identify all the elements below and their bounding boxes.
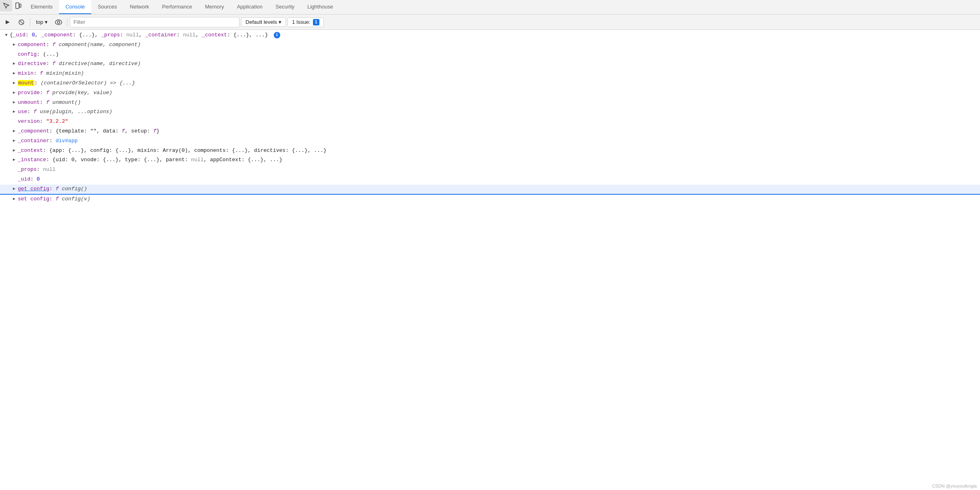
issues-count-badge: 1: [313, 19, 319, 25]
prop-_component: ▶ _component: {template: "", data: f, se…: [0, 127, 980, 137]
mount-expand-arrow[interactable]: ▶: [11, 80, 17, 87]
prop-mount: ▶ mount: (containerOrSelector) => {...}: [0, 79, 980, 88]
context-label: top: [36, 19, 43, 25]
prop-_props: ▶ _props: null: [0, 165, 980, 175]
svg-rect-1: [19, 4, 21, 7]
execute-btn[interactable]: [2, 17, 14, 28]
_component-expand-arrow[interactable]: ▶: [11, 128, 17, 135]
prop-_uid: ▶ _uid: 0: [0, 175, 980, 185]
filter-input[interactable]: [70, 17, 239, 27]
mixin-content: mixin: f mixin(mixin): [17, 69, 980, 78]
issues-label: 1 Issue:: [292, 19, 311, 25]
get-config-content: get config: f config(): [17, 185, 980, 193]
tab-lighthouse[interactable]: Lighthouse: [301, 0, 340, 14]
_component-content: _component: {template: "", data: f, setu…: [17, 127, 980, 136]
context-dropdown-icon: ▾: [45, 19, 48, 25]
prop-_instance: ▶ _instance: {uid: 0, vnode: {...}, type…: [0, 156, 980, 165]
provide-content: provide: f provide(key, value): [17, 89, 980, 97]
svg-line-4: [20, 21, 23, 24]
use-content: use: f use(plugin, ...options): [17, 108, 980, 116]
tab-application[interactable]: Application: [231, 0, 269, 14]
_context-expand-arrow[interactable]: ▶: [11, 147, 17, 154]
select-element-btn[interactable]: [0, 0, 12, 11]
mount-content: mount: (containerOrSelector) => {...}: [17, 79, 980, 88]
tab-console[interactable]: Console: [59, 0, 91, 14]
clear-console-btn[interactable]: [15, 17, 27, 28]
provide-expand-arrow[interactable]: ▶: [11, 89, 17, 97]
issues-button[interactable]: 1 Issue: 1: [287, 17, 324, 27]
watermark: CSDN @youyoufengla: [932, 484, 977, 488]
prop-_context: ▶ _context: {app: {...}, config: {...}, …: [0, 146, 980, 156]
prop-get-config: ▶ get config: f config(): [0, 185, 980, 195]
mixin-expand-arrow[interactable]: ▶: [11, 70, 17, 77]
prop-unmount: ▶ unmount: f unmount(): [0, 98, 980, 108]
svg-point-5: [55, 20, 62, 25]
svg-marker-2: [6, 20, 10, 24]
component-content: component: f component(name, component): [17, 41, 980, 49]
root-object-content: {_uid: 0, _component: {...}, _props: nul…: [9, 31, 980, 40]
config-content: config: (...): [17, 50, 980, 59]
unmount-content: unmount: f unmount(): [17, 99, 980, 107]
_context-content: _context: {app: {...}, config: {...}, mi…: [17, 147, 980, 155]
levels-button[interactable]: Default levels ▾: [241, 17, 286, 27]
toolbar-divider-1: [30, 18, 30, 26]
_instance-content: _instance: {uid: 0, vnode: {...}, type: …: [17, 156, 980, 164]
prop-config: ▶ config: (...): [0, 50, 980, 60]
device-toggle-btn[interactable]: [12, 0, 24, 11]
prop-provide: ▶ provide: f provide(key, value): [0, 88, 980, 98]
tab-performance[interactable]: Performance: [155, 0, 198, 14]
levels-label: Default levels: [246, 19, 277, 25]
root-object-line: ▶ {_uid: 0, _component: {...}, _props: n…: [0, 31, 980, 40]
set-config-expand-arrow[interactable]: ▶: [11, 196, 17, 203]
console-output: ▶ {_uid: 0, _component: {...}, _props: n…: [0, 30, 980, 490]
tab-security[interactable]: Security: [269, 0, 301, 14]
tab-sources[interactable]: Sources: [91, 0, 124, 14]
unmount-expand-arrow[interactable]: ▶: [11, 99, 17, 106]
toolbar-divider-2: [67, 18, 67, 26]
_instance-expand-arrow[interactable]: ▶: [11, 156, 17, 164]
prop-set-config: ▶ set config: f config(v): [0, 195, 980, 204]
tab-memory[interactable]: Memory: [199, 0, 231, 14]
set-config-content: set config: f config(v): [17, 195, 980, 204]
prop-_container: ▶ _container: div#app: [0, 137, 980, 146]
svg-rect-0: [16, 3, 19, 8]
component-expand-arrow[interactable]: ▶: [11, 41, 17, 48]
get-config-expand-arrow[interactable]: ▶: [11, 185, 17, 193]
console-toolbar: top ▾ Default levels ▾ 1 Issue: 1: [0, 15, 980, 30]
version-content: version: "3.2.2": [17, 118, 980, 126]
mount-highlight: mount: [18, 80, 34, 86]
prop-use: ▶ use: f use(plugin, ...options): [0, 107, 980, 117]
prop-directive: ▶ directive: f directive(name, directive…: [0, 59, 980, 69]
context-selector[interactable]: top ▾: [33, 18, 51, 26]
eye-btn[interactable]: [52, 17, 65, 28]
info-icon[interactable]: i: [274, 32, 280, 38]
prop-mixin: ▶ mixin: f mixin(mixin): [0, 69, 980, 79]
directive-content: directive: f directive(name, directive): [17, 60, 980, 68]
tab-elements[interactable]: Elements: [24, 0, 59, 14]
_props-content: _props: null: [17, 166, 980, 174]
svg-point-6: [57, 21, 60, 23]
_container-content: _container: div#app: [17, 137, 980, 145]
prop-component: ▶ component: f component(name, component…: [0, 40, 980, 50]
use-expand-arrow[interactable]: ▶: [11, 108, 17, 116]
directive-expand-arrow[interactable]: ▶: [11, 60, 17, 67]
_uid-content: _uid: 0: [17, 175, 980, 184]
root-expand-arrow[interactable]: ▶: [2, 32, 10, 38]
prop-version: ▶ version: "3.2.2": [0, 117, 980, 127]
_container-expand-arrow[interactable]: ▶: [11, 137, 17, 145]
levels-dropdown-icon: ▾: [279, 19, 281, 25]
devtools-tab-bar: Elements Console Sources Network Perform…: [0, 0, 980, 15]
tab-network[interactable]: Network: [124, 0, 156, 14]
